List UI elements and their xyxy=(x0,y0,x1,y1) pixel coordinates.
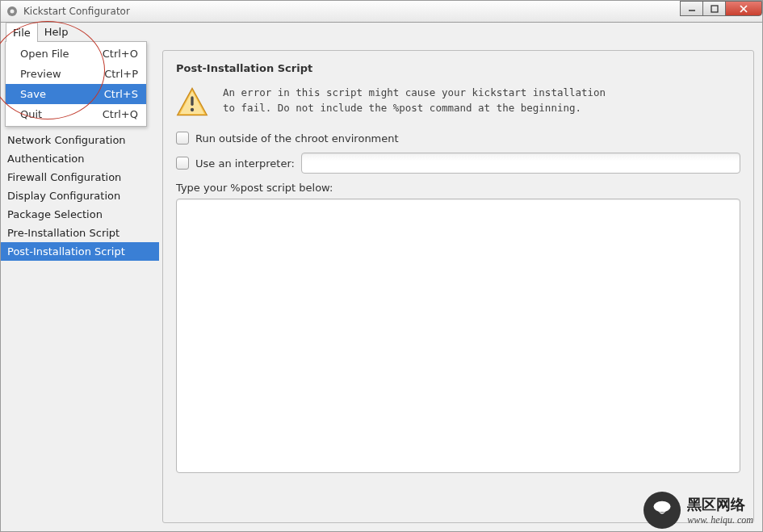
minimize-button[interactable] xyxy=(680,1,703,16)
window-title: Kickstart Configurator xyxy=(23,6,130,17)
chroot-checkbox[interactable] xyxy=(176,132,189,145)
svg-point-1 xyxy=(10,10,15,14)
menubar: File Help xyxy=(0,23,763,42)
sidebar-item-network[interactable]: Network Configuration xyxy=(1,131,159,149)
post-script-textarea[interactable] xyxy=(176,199,740,473)
file-menu-dropdown: Open File Ctrl+O Preview Ctrl+P Save Ctr… xyxy=(5,41,147,127)
warning-line2: to fail. Do not include the %post comman… xyxy=(223,101,606,116)
menu-file[interactable]: File xyxy=(6,23,38,42)
interpreter-label: Use an interpreter: xyxy=(195,157,295,170)
script-label: Type your %post script below: xyxy=(176,182,740,194)
warning-text: An error in this script might cause your… xyxy=(223,86,606,120)
titlebar: Kickstart Configurator xyxy=(0,0,763,23)
interpreter-input[interactable] xyxy=(301,153,740,174)
warning-row: An error in this script might cause your… xyxy=(176,86,740,120)
interpreter-checkbox[interactable] xyxy=(176,157,189,170)
sidebar-item-postinstall[interactable]: Post-Installation Script xyxy=(1,242,159,261)
sidebar-item-firewall[interactable]: Firewall Configuration xyxy=(1,168,159,186)
svg-rect-3 xyxy=(711,6,718,12)
menu-label: Save xyxy=(20,88,46,100)
menu-save[interactable]: Save Ctrl+S xyxy=(6,84,146,104)
menu-preview[interactable]: Preview Ctrl+P xyxy=(6,64,146,84)
menu-shortcut: Ctrl+S xyxy=(104,88,138,100)
menu-quit[interactable]: Quit Ctrl+Q xyxy=(6,104,146,124)
menu-label: Open File xyxy=(20,48,69,60)
close-button[interactable] xyxy=(725,1,762,16)
menu-shortcut: Ctrl+Q xyxy=(103,108,138,120)
svg-rect-8 xyxy=(191,96,193,106)
chroot-row: Run outside of the chroot environment xyxy=(176,132,740,145)
window-controls xyxy=(681,1,762,16)
sidebar-item-display[interactable]: Display Configuration xyxy=(1,186,159,205)
sidebar-item-auth[interactable]: Authentication xyxy=(1,149,159,168)
menu-label: Preview xyxy=(20,68,61,80)
maximize-button[interactable] xyxy=(702,1,726,16)
warning-line1: An error in this script might cause your… xyxy=(223,86,606,101)
menu-shortcut: Ctrl+P xyxy=(104,68,138,80)
main-pane: Post-Installation Script An error in thi… xyxy=(162,50,754,523)
warning-icon xyxy=(176,86,208,120)
menu-open-file[interactable]: Open File Ctrl+O xyxy=(6,44,146,64)
menu-label: Quit xyxy=(20,108,42,120)
svg-point-9 xyxy=(191,108,194,111)
pane-heading: Post-Installation Script xyxy=(176,62,740,74)
menu-shortcut: Ctrl+O xyxy=(103,48,138,60)
sidebar-item-preinstall[interactable]: Pre-Installation Script xyxy=(1,224,159,242)
menu-help[interactable]: Help xyxy=(38,23,75,42)
interpreter-row: Use an interpreter: xyxy=(176,153,740,174)
chroot-label: Run outside of the chroot environment xyxy=(195,132,399,145)
sidebar-item-package[interactable]: Package Selection xyxy=(1,205,159,224)
app-icon xyxy=(6,5,19,18)
